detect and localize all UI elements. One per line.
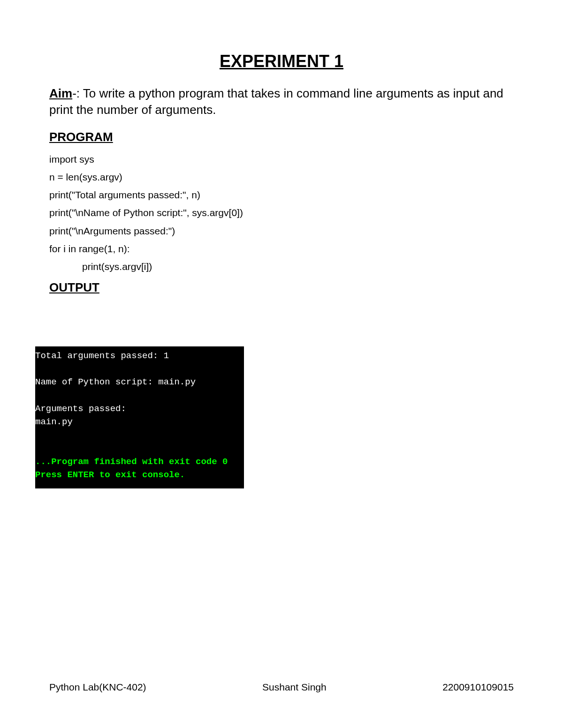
terminal-output: Total arguments passed: 1 Name of Python… xyxy=(35,346,244,488)
terminal-blank xyxy=(35,362,242,375)
terminal-line-status: Press ENTER to exit console. xyxy=(35,468,242,482)
code-line: import sys xyxy=(49,154,514,165)
code-line: print("\nName of Python script:", sys.ar… xyxy=(49,207,514,218)
code-line: print("\nArguments passed:") xyxy=(49,225,514,236)
output-heading: OUTPUT xyxy=(49,280,514,295)
terminal-line: Total arguments passed: 1 xyxy=(35,349,242,363)
program-heading: PROGRAM xyxy=(49,130,514,144)
code-line: n = len(sys.argv) xyxy=(49,172,514,182)
aim-paragraph: Aim-: To write a python program that tak… xyxy=(49,85,514,118)
code-line: print("Total arguments passed:", n) xyxy=(49,189,514,200)
experiment-title: EXPERIMENT 1 xyxy=(49,52,514,71)
program-code: import sys n = len(sys.argv) print("Tota… xyxy=(49,154,514,272)
aim-label: Aim xyxy=(49,86,72,100)
footer-author: Sushant Singh xyxy=(262,682,327,693)
terminal-line: Name of Python script: main.py xyxy=(35,375,242,389)
terminal-blank xyxy=(35,389,242,402)
aim-text: -: To write a python program that takes … xyxy=(49,86,503,117)
terminal-blank xyxy=(35,429,242,442)
footer-course: Python Lab(KNC-402) xyxy=(49,682,146,693)
code-line: print(sys.argv[i]) xyxy=(49,261,514,272)
terminal-line: main.py xyxy=(35,415,242,429)
footer-id: 2200910109015 xyxy=(442,682,514,693)
terminal-line: Arguments passed: xyxy=(35,402,242,416)
terminal-blank xyxy=(35,442,242,455)
page-footer: Python Lab(KNC-402) Sushant Singh 220091… xyxy=(49,682,514,693)
code-line: for i in range(1, n): xyxy=(49,243,514,254)
terminal-line-status: ...Program finished with exit code 0 xyxy=(35,455,242,469)
document-page: EXPERIMENT 1 Aim-: To write a python pro… xyxy=(0,0,563,488)
